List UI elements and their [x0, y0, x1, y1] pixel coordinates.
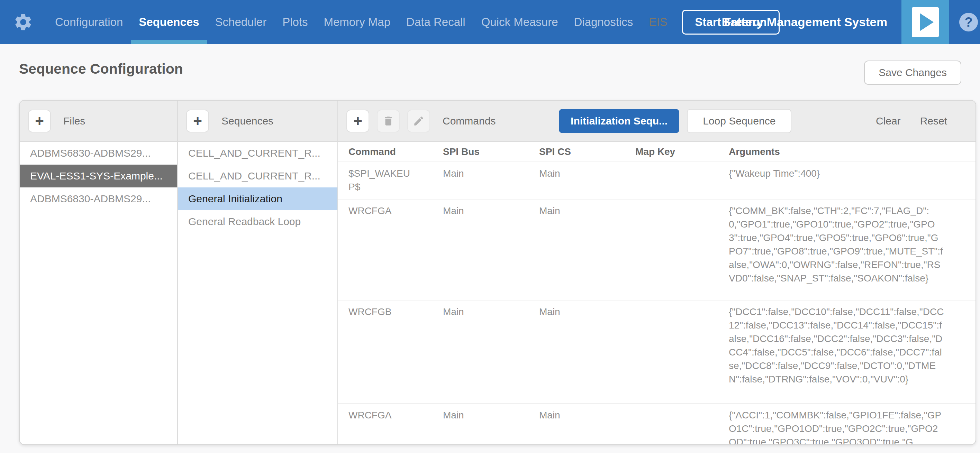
loop-sequence-tab[interactable]: Loop Sequence — [687, 109, 791, 133]
column-header-map-key: Map Key — [635, 146, 729, 157]
add-sequence-button[interactable]: + — [186, 109, 209, 133]
commands-table-header: CommandSPI BusSPI CSMap KeyArguments — [338, 142, 975, 162]
sequence-list-item[interactable]: General Initialization — [178, 187, 337, 210]
nav-item-eis[interactable]: EIS — [641, 0, 675, 44]
sequences-panel-title: Sequences — [221, 115, 274, 127]
cell-command: WRCFGB — [348, 305, 420, 318]
cell-spi-cs: Main — [539, 305, 635, 318]
sequence-list-item[interactable]: General Readback Loop — [178, 210, 337, 233]
cell-spi-bus: Main — [443, 409, 539, 422]
commands-panel-title: Commands — [442, 115, 496, 127]
sequence-configuration-card: + Files ADBMS6830-ADBMS29...EVAL-ESS1-SY… — [19, 100, 976, 445]
edit-command-button[interactable] — [407, 109, 430, 133]
column-header-command: Command — [348, 146, 443, 157]
nav-item-data-recall[interactable]: Data Recall — [398, 0, 473, 44]
top-navbar: ConfigurationSequencesSchedulerPlotsMemo… — [0, 0, 980, 44]
file-list-item[interactable]: ADBMS6830-ADBMS29... — [20, 142, 177, 165]
commands-panel: + Commands Initialization Sequ... Loop S… — [338, 101, 975, 444]
command-row[interactable]: WRCFGAMainMain{"COMM_BK":false,"CTH":2,"… — [338, 199, 975, 300]
cell-args: {"DCC1":false,"DCC10":false,"DCC11":fals… — [729, 305, 953, 386]
cell-spi-cs: Main — [539, 409, 635, 422]
cell-spi-bus: Main — [443, 305, 539, 318]
help-icon[interactable]: ? — [959, 13, 978, 32]
file-list-item[interactable]: EVAL-ESS1-SYS-Example... — [20, 165, 177, 187]
command-row[interactable]: WRCFGAMainMain{"ACCI":1,"COMMBK":false,"… — [338, 403, 975, 444]
commands-table-body: $SPI_WAKEUP$MainMain{"Wakeup Time":400}W… — [338, 162, 975, 444]
cell-args: {"COMM_BK":false,"CTH":2,"FC":7,"FLAG_D"… — [729, 204, 953, 285]
files-panel: + Files ADBMS6830-ADBMS29...EVAL-ESS1-SY… — [20, 101, 178, 444]
sequence-list-item[interactable]: CELL_AND_CURRENT_R... — [178, 142, 337, 165]
file-list-item[interactable]: ADBMS6830-ADBMS29... — [20, 187, 177, 210]
initialization-sequence-tab[interactable]: Initialization Sequ... — [559, 109, 679, 133]
cell-spi-cs: Main — [539, 167, 635, 180]
sequences-panel-header: + Sequences — [178, 101, 337, 142]
column-header-arguments: Arguments — [729, 146, 975, 157]
page-header: Sequence Configuration Save Changes — [0, 44, 980, 100]
files-panel-title: Files — [63, 115, 85, 127]
sequence-list-item[interactable]: CELL_AND_CURRENT_R... — [178, 165, 337, 187]
run-play-button[interactable] — [902, 0, 949, 44]
nav-item-scheduler[interactable]: Scheduler — [207, 0, 275, 44]
column-header-spi-cs: SPI CS — [539, 146, 635, 157]
nav-item-sequences[interactable]: Sequences — [131, 0, 207, 44]
add-file-button[interactable]: + — [28, 109, 51, 133]
nav-item-memory-map[interactable]: Memory Map — [316, 0, 399, 44]
nav-item-diagnostics[interactable]: Diagnostics — [566, 0, 641, 44]
page-title: Sequence Configuration — [19, 61, 183, 77]
reset-button[interactable]: Reset — [920, 115, 947, 127]
cell-spi-bus: Main — [443, 204, 539, 217]
main-nav: ConfigurationSequencesSchedulerPlotsMemo… — [47, 0, 675, 44]
app-title: Battery Management System — [722, 0, 888, 44]
pencil-icon — [413, 115, 425, 127]
delete-command-button[interactable] — [377, 109, 400, 133]
cell-args: {"Wakeup Time":400} — [729, 167, 953, 180]
cell-args: {"ACCI":1,"COMMBK":false,"GPIO1FE":false… — [729, 409, 953, 444]
settings-gear-icon[interactable] — [13, 12, 33, 32]
save-changes-button[interactable]: Save Changes — [864, 60, 961, 85]
cell-spi-cs: Main — [539, 204, 635, 217]
add-command-button[interactable]: + — [347, 109, 369, 133]
cell-command: $SPI_WAKEUP$ — [348, 167, 420, 194]
nav-item-plots[interactable]: Plots — [274, 0, 316, 44]
cell-command: WRCFGA — [348, 204, 420, 217]
command-row[interactable]: WRCFGBMainMain{"DCC1":false,"DCC10":fals… — [338, 300, 975, 403]
cell-command: WRCFGA — [348, 409, 420, 422]
cell-spi-bus: Main — [443, 167, 539, 180]
play-icon — [912, 7, 939, 37]
files-list: ADBMS6830-ADBMS29...EVAL-ESS1-SYS-Exampl… — [20, 142, 177, 444]
sequences-list: CELL_AND_CURRENT_R...CELL_AND_CURRENT_R.… — [178, 142, 337, 444]
sequences-panel: + Sequences CELL_AND_CURRENT_R...CELL_AN… — [178, 101, 338, 444]
nav-item-quick-measure[interactable]: Quick Measure — [473, 0, 566, 44]
clear-button[interactable]: Clear — [876, 115, 901, 127]
commands-toolbar: + Commands Initialization Sequ... Loop S… — [338, 101, 975, 142]
trash-icon — [382, 115, 394, 127]
column-header-spi-bus: SPI Bus — [443, 146, 539, 157]
command-row[interactable]: $SPI_WAKEUP$MainMain{"Wakeup Time":400} — [338, 162, 975, 199]
nav-item-configuration[interactable]: Configuration — [47, 0, 131, 44]
files-panel-header: + Files — [20, 101, 177, 142]
